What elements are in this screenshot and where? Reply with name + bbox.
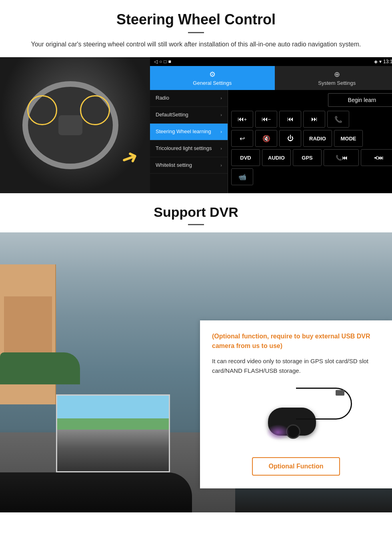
menu-tricoloured-label: Tricoloured light settings bbox=[156, 145, 212, 152]
nav-home-icon: ○ bbox=[159, 59, 162, 64]
dvr-camera-visual bbox=[232, 384, 360, 448]
wifi-icon: ▾ bbox=[379, 59, 382, 64]
menu-item-tricoloured[interactable]: Tricoloured light settings › bbox=[150, 140, 228, 157]
steering-wheel-panel: ➜ ◁ ○ □ ■ ◈ ▾ 13:13 ⚙ General Settings ⊕… bbox=[0, 57, 392, 193]
ctrl-phone-next[interactable]: ≺⏭ bbox=[361, 149, 392, 166]
android-status-bar: ◁ ○ □ ■ ◈ ▾ 13:13 bbox=[150, 57, 392, 66]
dvr-hedge bbox=[0, 352, 80, 384]
ctrl-phone-prev[interactable]: 📞⏮ bbox=[324, 149, 359, 166]
menu-item-radio[interactable]: Radio › bbox=[150, 90, 228, 107]
menu-radio-label: Radio bbox=[156, 95, 169, 102]
menu-steering-arrow: › bbox=[220, 129, 222, 134]
dvr-camera-light bbox=[266, 424, 290, 440]
tab-system-settings[interactable]: ⊕ System Settings bbox=[275, 66, 392, 90]
dvr-screenshot-image bbox=[57, 396, 169, 471]
steering-wheel-inner: ➜ bbox=[0, 57, 150, 193]
ctrl-dvr[interactable]: 📹 bbox=[231, 168, 253, 185]
menu-item-steering-wheel[interactable]: Steering Wheel learning › bbox=[150, 124, 228, 140]
dvr-dashboard bbox=[0, 472, 192, 512]
dvr-camera-image bbox=[212, 384, 380, 448]
menu-default-label: DefaultSetting bbox=[156, 112, 188, 118]
title-divider bbox=[188, 32, 204, 33]
location-icon: ◈ bbox=[374, 59, 378, 64]
menu-item-whitelist[interactable]: Whitelist setting › bbox=[150, 157, 228, 174]
page-title: Steering Wheel Control bbox=[16, 11, 376, 28]
control-row-3: DVD AUDIO GPS 📞⏮ ≺⏭ bbox=[231, 149, 392, 166]
control-row-1: ⏮+ ⏮− ⏮ ⏭ 📞 bbox=[231, 111, 392, 128]
steering-wheel-section: Steering Wheel Control Your original car… bbox=[0, 0, 392, 49]
dvr-screenshot-thumbnail bbox=[56, 394, 170, 472]
dvr-section: Support DVR (Optional function, require … bbox=[0, 193, 392, 512]
ctrl-dvd[interactable]: DVD bbox=[231, 149, 260, 166]
dvr-camera-cable bbox=[296, 388, 352, 420]
dvr-optional-note: (Optional function, require to buy exter… bbox=[212, 332, 380, 351]
ctrl-next-track[interactable]: ⏭ bbox=[303, 111, 325, 128]
begin-learn-row: Begin learn bbox=[231, 93, 392, 107]
ctrl-gps[interactable]: GPS bbox=[293, 149, 322, 166]
android-ui-panel: ◁ ○ □ ■ ◈ ▾ 13:13 ⚙ General Settings ⊕ S… bbox=[150, 57, 392, 193]
nav-extra-icon: ■ bbox=[168, 59, 171, 64]
menu-list: Radio › DefaultSetting › Steering Wheel … bbox=[150, 90, 228, 193]
android-menu-area: Radio › DefaultSetting › Steering Wheel … bbox=[150, 90, 392, 193]
system-icon: ⊕ bbox=[334, 70, 340, 79]
nav-recent-icon: □ bbox=[164, 59, 166, 64]
settings-icon: ⚙ bbox=[209, 70, 216, 79]
ctrl-vol-up[interactable]: ⏮+ bbox=[231, 111, 253, 128]
begin-learn-button[interactable]: Begin learn bbox=[328, 93, 392, 107]
menu-whitelist-arrow: › bbox=[220, 163, 222, 168]
steering-wheel-graphic bbox=[22, 81, 118, 169]
ctrl-power[interactable]: ⏻ bbox=[279, 130, 301, 147]
ctrl-mute[interactable]: 🔇 bbox=[255, 130, 277, 147]
menu-default-arrow: › bbox=[220, 112, 222, 117]
arrow-indicator: ➜ bbox=[118, 144, 141, 172]
ctrl-vol-down[interactable]: ⏮− bbox=[255, 111, 277, 128]
tab-system-label: System Settings bbox=[318, 80, 356, 86]
right-button-circle bbox=[80, 95, 110, 125]
ctrl-mode[interactable]: MODE bbox=[334, 130, 363, 147]
control-row-4: 📹 bbox=[231, 168, 392, 185]
dvr-header: Support DVR bbox=[0, 193, 392, 232]
ctrl-phone[interactable]: 📞 bbox=[327, 111, 349, 128]
menu-whitelist-label: Whitelist setting bbox=[156, 162, 192, 169]
dvr-info-card: (Optional function, require to buy exter… bbox=[200, 320, 392, 488]
dvr-usb-connector bbox=[336, 390, 344, 396]
menu-tricoloured-arrow: › bbox=[220, 146, 222, 151]
dvr-scene: (Optional function, require to buy exter… bbox=[0, 232, 392, 512]
tab-general-settings[interactable]: ⚙ General Settings bbox=[150, 66, 275, 90]
dvr-description: It can record video only to storage in G… bbox=[212, 356, 380, 376]
status-time: 13:13 bbox=[383, 59, 392, 64]
dvr-divider bbox=[188, 224, 204, 225]
dvr-title: Support DVR bbox=[0, 204, 392, 220]
menu-radio-arrow: › bbox=[220, 96, 222, 100]
control-row-2: ↩ 🔇 ⏻ RADIO MODE bbox=[231, 130, 392, 147]
nav-back-icon: ◁ bbox=[154, 59, 158, 64]
android-tabs: ⚙ General Settings ⊕ System Settings bbox=[150, 66, 392, 90]
ctrl-audio[interactable]: AUDIO bbox=[262, 149, 291, 166]
section-description: Your original car's steering wheel contr… bbox=[24, 40, 368, 49]
left-button-circle bbox=[27, 95, 57, 125]
optional-function-button[interactable]: Optional Function bbox=[252, 457, 340, 476]
menu-steering-label: Steering Wheel learning bbox=[156, 128, 211, 135]
tab-general-label: General Settings bbox=[193, 80, 232, 86]
ctrl-radio[interactable]: RADIO bbox=[303, 130, 332, 147]
ctrl-prev-track[interactable]: ⏮ bbox=[279, 111, 301, 128]
control-buttons-panel: Begin learn ⏮+ ⏮− ⏮ ⏭ 📞 ↩ 🔇 ⏻ RADIO MODE bbox=[228, 90, 392, 193]
ctrl-hang-up[interactable]: ↩ bbox=[231, 130, 253, 147]
steering-wheel-photo: ➜ bbox=[0, 57, 150, 193]
menu-item-default-setting[interactable]: DefaultSetting › bbox=[150, 107, 228, 124]
